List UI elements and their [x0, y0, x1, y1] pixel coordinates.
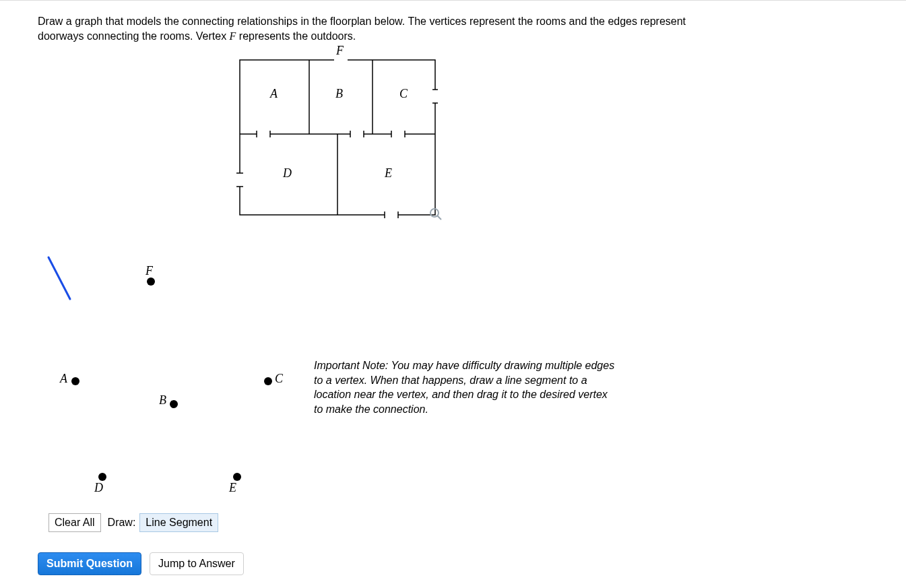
- svg-line-25: [437, 216, 441, 220]
- vertex-label-d: D: [94, 481, 103, 495]
- svg-rect-15: [391, 132, 405, 136]
- svg-rect-6: [433, 90, 437, 103]
- vertex-label-a: A: [60, 372, 67, 386]
- svg-rect-18: [238, 173, 242, 187]
- room-label-d: D: [282, 166, 292, 180]
- svg-rect-12: [350, 132, 364, 136]
- svg-rect-5: [334, 58, 348, 62]
- vertex-label-c: C: [275, 372, 283, 386]
- floorplan-image[interactable]: F: [233, 45, 455, 227]
- important-note: Important Note: You may have difficulty …: [314, 358, 617, 416]
- prompt-text-a: Draw a graph that models the connecting …: [38, 15, 686, 42]
- question-prompt: Draw a graph that models the connecting …: [38, 14, 691, 43]
- jump-to-answer-button[interactable]: Jump to Answer: [150, 552, 244, 575]
- zoom-icon[interactable]: [430, 209, 441, 220]
- floorplan-label-f: F: [335, 45, 344, 57]
- room-label-b: B: [335, 87, 343, 100]
- line-segment-tool-button[interactable]: Line Segment: [139, 513, 218, 532]
- prompt-math-f: F: [230, 30, 236, 42]
- submit-question-button[interactable]: Submit Question: [38, 552, 141, 575]
- svg-rect-21: [385, 213, 398, 217]
- room-label-e: E: [384, 166, 392, 180]
- prompt-text-b: represents the outdoors.: [236, 30, 356, 42]
- room-label-c: C: [399, 87, 408, 100]
- drawing-toolbar: Clear All Draw: Line Segment: [38, 513, 868, 532]
- svg-rect-9: [257, 132, 270, 136]
- drawn-line-segment[interactable]: [48, 257, 70, 299]
- clear-all-button[interactable]: Clear All: [48, 513, 101, 532]
- vertex-label-b: B: [159, 393, 166, 407]
- vertex-label-f: F: [145, 264, 153, 278]
- draw-label: Draw:: [108, 517, 136, 529]
- floorplan-container: F: [38, 45, 868, 227]
- graph-drawing-area[interactable]: F A B C D E: [38, 251, 314, 507]
- vertex-label-e: E: [229, 481, 236, 495]
- room-label-a: A: [269, 87, 278, 100]
